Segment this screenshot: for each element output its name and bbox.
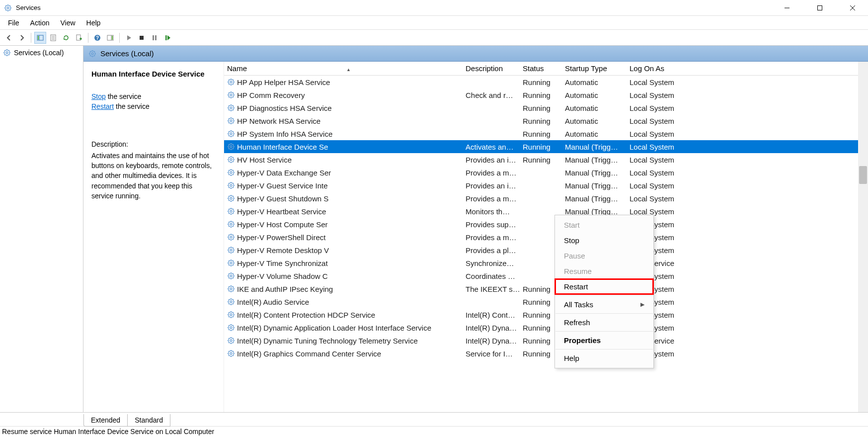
service-name-text: HP Network HSA Service <box>237 117 320 125</box>
tab-strip: Extended Standard <box>0 412 868 426</box>
col-header-logon[interactable]: Log On As <box>627 64 696 73</box>
service-name-cell: Hyper-V Guest Shutdown S <box>224 194 463 203</box>
action-line-restart: Restart the service <box>91 101 216 111</box>
service-row[interactable]: Hyper-V Time SynchronizatSynchronize…Man… <box>224 257 868 269</box>
svg-rect-17 <box>140 36 144 40</box>
service-name-cell: HV Host Service <box>224 156 463 164</box>
pause-service-button[interactable] <box>149 32 160 44</box>
service-name-text: Hyper-V Guest Service Inte <box>237 181 328 190</box>
ctx-separator <box>555 349 653 350</box>
ctx-restart[interactable]: Restart <box>555 279 653 294</box>
service-row[interactable]: Hyper-V Volume Shadow CCoordinates …Manu… <box>224 269 868 282</box>
gear-icon <box>227 130 235 138</box>
service-row[interactable]: Hyper-V PowerShell DirectProvides a m…Ma… <box>224 231 868 244</box>
svg-rect-6 <box>38 36 39 40</box>
ctx-pause[interactable]: Pause <box>555 248 653 263</box>
svg-rect-18 <box>153 35 154 40</box>
show-hide-action-pane-button[interactable] <box>104 32 116 44</box>
service-row[interactable]: Hyper-V Remote Desktop VProvides a pl…Ma… <box>224 244 868 257</box>
service-row[interactable]: Intel(R) Content Protection HDCP Service… <box>224 308 868 321</box>
service-desc-cell: Monitors th… <box>463 207 520 216</box>
col-header-description[interactable]: Description <box>463 64 520 73</box>
properties-button[interactable] <box>47 32 59 44</box>
toolbar: ? <box>0 30 868 46</box>
service-row[interactable]: Intel(R) Dynamic Application Loader Host… <box>224 321 868 334</box>
forward-button[interactable] <box>16 32 28 44</box>
service-row[interactable]: HP Diagnostics HSA ServiceRunningAutomat… <box>224 101 868 114</box>
gear-icon <box>227 337 235 345</box>
ctx-start[interactable]: Start <box>555 217 653 233</box>
export-button[interactable] <box>73 32 85 44</box>
col-header-name[interactable]: Name▲ <box>224 64 463 73</box>
gear-icon <box>227 259 235 267</box>
show-hide-tree-button[interactable] <box>34 32 46 44</box>
refresh-button[interactable] <box>60 32 72 44</box>
service-row[interactable]: Hyper-V Heartbeat ServiceMonitors th…Man… <box>224 205 868 218</box>
list-panel: Name▲ Description Status Startup Type Lo… <box>224 62 868 412</box>
service-name-cell: Hyper-V PowerShell Direct <box>224 233 463 242</box>
gear-icon <box>227 220 235 228</box>
ctx-refresh[interactable]: Refresh <box>555 315 653 330</box>
service-row[interactable]: HP Comm RecoveryCheck and r…RunningAutom… <box>224 88 868 101</box>
service-logon-cell: Local System <box>627 156 696 164</box>
tab-standard[interactable]: Standard <box>128 414 170 427</box>
service-row[interactable]: Hyper-V Guest Shutdown SProvides a m…Man… <box>224 192 868 205</box>
menu-file[interactable]: File <box>3 17 24 29</box>
service-row[interactable]: Intel(R) Dynamic Tuning Technology Telem… <box>224 334 868 347</box>
restart-link[interactable]: Restart <box>91 102 114 110</box>
service-startup-cell: Manual (Trigg… <box>562 143 627 151</box>
service-name-text: Human Interface Device Se <box>237 143 328 151</box>
menu-view[interactable]: View <box>55 17 80 29</box>
service-startup-cell: Manual (Trigg… <box>562 194 627 203</box>
service-row[interactable]: Hyper-V Guest Service InteProvides an i…… <box>224 179 868 192</box>
tree-node-services-local[interactable]: Services (Local) <box>1 48 82 58</box>
back-button[interactable] <box>3 32 15 44</box>
stop-link[interactable]: Stop <box>91 92 106 100</box>
ctx-resume[interactable]: Resume <box>555 263 653 279</box>
gear-icon <box>227 156 235 164</box>
minimize-button[interactable] <box>776 0 798 16</box>
service-startup-cell: Automatic <box>562 91 627 99</box>
restart-service-button[interactable] <box>161 32 173 44</box>
scrollbar-thumb[interactable] <box>859 166 867 184</box>
help-button[interactable]: ? <box>91 32 103 44</box>
service-row[interactable]: Hyper-V Host Compute SerProvides sup…Man… <box>224 218 868 231</box>
service-row[interactable]: HP System Info HSA ServiceRunningAutomat… <box>224 127 868 140</box>
service-row[interactable]: Intel(R) Graphics Command Center Service… <box>224 347 868 360</box>
ctx-all-tasks[interactable]: All Tasks ▶ <box>555 297 653 312</box>
start-service-button[interactable] <box>123 32 135 44</box>
service-startup-cell: Manual (Trigg… <box>562 207 627 216</box>
service-status-cell: Running <box>520 143 562 151</box>
ctx-separator <box>555 331 653 332</box>
context-menu: Start Stop Pause Resume Restart All Task… <box>554 215 654 368</box>
col-header-status[interactable]: Status <box>520 64 562 73</box>
ctx-help[interactable]: Help <box>555 350 653 366</box>
service-row[interactable]: HV Host ServiceProvides an i…RunningManu… <box>224 153 868 166</box>
vertical-scrollbar[interactable] <box>858 62 868 412</box>
service-desc-cell: Service for I… <box>463 350 520 358</box>
service-row[interactable]: Human Interface Device SeActivates an…Ru… <box>224 140 868 153</box>
menu-help[interactable]: Help <box>81 17 106 29</box>
service-row[interactable]: Intel(R) Audio ServiceRunningAutomaticLo… <box>224 295 868 308</box>
service-row[interactable]: HP App Helper HSA ServiceRunningAutomati… <box>224 76 868 88</box>
menu-action[interactable]: Action <box>25 17 55 29</box>
tab-extended[interactable]: Extended <box>83 414 128 427</box>
gear-icon <box>227 246 235 254</box>
service-name-text: Intel(R) Content Protection HDCP Service <box>237 311 375 319</box>
service-name-text: Hyper-V Guest Shutdown S <box>237 194 328 203</box>
svg-rect-11 <box>77 35 80 40</box>
description-label: Description: <box>91 139 216 149</box>
main-area: Services (Local) Services (Local) Human … <box>0 46 868 412</box>
ctx-stop[interactable]: Stop <box>555 233 653 248</box>
stop-suffix: the service <box>106 92 142 100</box>
service-row[interactable]: HP Network HSA ServiceRunningAutomaticLo… <box>224 114 868 127</box>
maximize-button[interactable] <box>808 0 831 16</box>
service-row[interactable]: IKE and AuthIP IPsec KeyingThe IKEEXT s…… <box>224 282 868 295</box>
stop-service-button[interactable] <box>136 32 148 44</box>
window-title: Services <box>16 4 776 11</box>
service-name-cell: IKE and AuthIP IPsec Keying <box>224 285 463 293</box>
close-button[interactable] <box>841 0 864 16</box>
service-row[interactable]: Hyper-V Data Exchange SerProvides a m…Ma… <box>224 166 868 179</box>
ctx-properties[interactable]: Properties <box>555 333 653 348</box>
col-header-startup[interactable]: Startup Type <box>562 64 627 73</box>
